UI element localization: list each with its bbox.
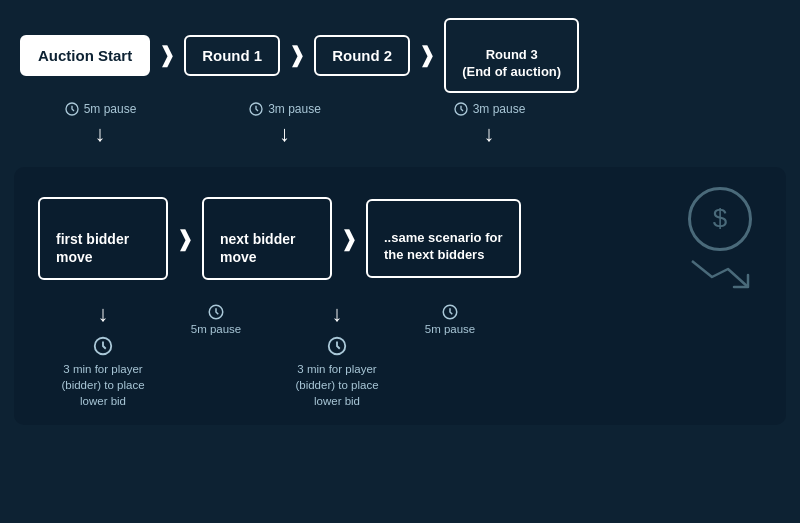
top-flow-row: Auction Start ❱ Round 1 ❱ Round 2 ❱ Roun… bbox=[20, 18, 780, 93]
auction-start-box: Auction Start bbox=[20, 35, 150, 76]
next-bidder-desc: 3 min for player (bidder) to place lower… bbox=[282, 361, 392, 409]
first-bidder-desc: 3 min for player (bidder) to place lower… bbox=[48, 361, 158, 409]
next-bidder-box: next bidder move bbox=[202, 197, 332, 280]
clock-icon-pause-1 bbox=[207, 303, 225, 321]
bottom-arrow-2: ❱ bbox=[340, 226, 358, 252]
clock-icon-1 bbox=[64, 101, 80, 117]
pause2-col: 3m pause ↓ bbox=[180, 101, 389, 147]
top-section: Auction Start ❱ Round 1 ❱ Round 2 ❱ Roun… bbox=[0, 0, 800, 157]
clock-icon-next bbox=[326, 335, 348, 357]
first-bidder-label: first bidder move bbox=[56, 231, 129, 265]
arrow-down-1: ↓ bbox=[95, 121, 106, 147]
pause-between-2: 5m pause bbox=[410, 301, 490, 335]
pause2-label: 3m pause bbox=[268, 102, 321, 116]
arrow-down-3: ↓ bbox=[484, 121, 495, 147]
bottom-details-row: ↓ 3 min for player (bidder) to place low… bbox=[38, 301, 762, 409]
first-bidder-detail-col: ↓ 3 min for player (bidder) to place low… bbox=[38, 301, 168, 409]
dollar-sign-icon: $ bbox=[713, 203, 727, 234]
b-pause2-label: 5m pause bbox=[425, 323, 476, 335]
round2-box: Round 2 bbox=[314, 35, 410, 76]
arrow-2: ❱ bbox=[288, 42, 306, 68]
arrow-1: ❱ bbox=[158, 42, 176, 68]
clock-icon-pause-2 bbox=[441, 303, 459, 321]
pause3-col: 3m pause ↓ bbox=[389, 101, 589, 147]
round3-label: Round 3 (End of auction) bbox=[462, 47, 561, 79]
b-pause1-label: 5m pause bbox=[191, 323, 242, 335]
bottom-flow-row: first bidder move ❱ next bidder move ❱ .… bbox=[38, 187, 762, 291]
round2-label: Round 2 bbox=[332, 47, 392, 64]
coin-chart-area: $ bbox=[688, 187, 762, 291]
round3-box: Round 3 (End of auction) bbox=[444, 18, 579, 93]
first-bidder-box: first bidder move bbox=[38, 197, 168, 280]
pause1-col: 5m pause ↓ bbox=[20, 101, 180, 147]
pause-between-1: 5m pause bbox=[176, 301, 256, 335]
arrow-down-2: ↓ bbox=[279, 121, 290, 147]
round1-box: Round 1 bbox=[184, 35, 280, 76]
coin-circle-icon: $ bbox=[688, 187, 752, 251]
arrow-3: ❱ bbox=[418, 42, 436, 68]
bottom-section: first bidder move ❱ next bidder move ❱ .… bbox=[14, 167, 786, 425]
top-pause-row: 5m pause ↓ 3m pause ↓ 3m pause bbox=[20, 101, 780, 147]
trend-down-icon bbox=[690, 255, 750, 291]
arrow-down-next: ↓ bbox=[332, 301, 343, 327]
clock-icon-3 bbox=[453, 101, 469, 117]
same-scenario-box: ..same scenario for the next bidders bbox=[366, 199, 521, 278]
auction-start-label: Auction Start bbox=[38, 47, 132, 64]
next-bidder-detail-col: ↓ 3 min for player (bidder) to place low… bbox=[272, 301, 402, 409]
bottom-arrow-1: ❱ bbox=[176, 226, 194, 252]
pause3-label: 3m pause bbox=[473, 102, 526, 116]
pause1-label: 5m pause bbox=[84, 102, 137, 116]
clock-icon-first bbox=[92, 335, 114, 357]
round1-label: Round 1 bbox=[202, 47, 262, 64]
clock-icon-2 bbox=[248, 101, 264, 117]
same-scenario-label: ..same scenario for the next bidders bbox=[384, 230, 503, 262]
next-bidder-label: next bidder move bbox=[220, 231, 295, 265]
arrow-down-first: ↓ bbox=[98, 301, 109, 327]
